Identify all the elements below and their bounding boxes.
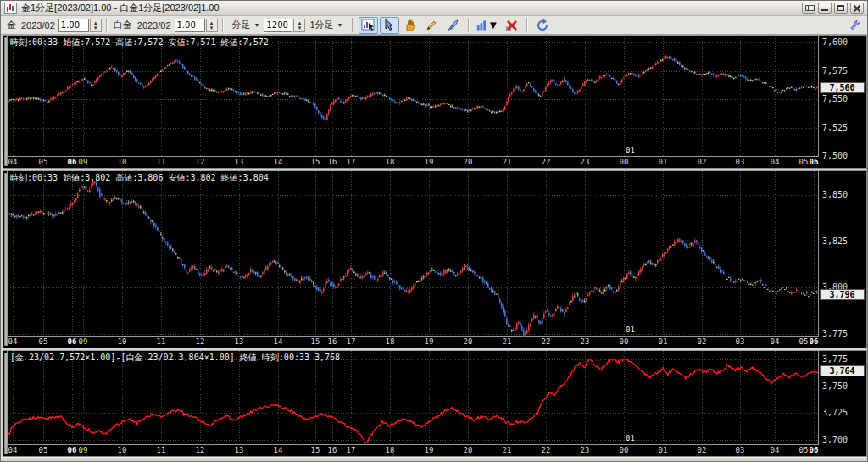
bar-count-spinner[interactable]: ▲▼ xyxy=(293,19,305,32)
select-arrow-icon xyxy=(382,19,396,32)
panel-left-strip[interactable] xyxy=(4,173,8,346)
ohlc-info-gold: 時刻:00:33 始値:7,572 高値:7,572 安値:7,571 終値:7… xyxy=(10,36,269,48)
select-arrow-button[interactable] xyxy=(380,17,399,34)
pen-annotate-icon xyxy=(446,19,459,32)
chevron-down-icon: ▼ xyxy=(337,22,343,28)
window-controls xyxy=(799,3,864,14)
platinum-label: 白金 xyxy=(114,19,132,31)
spread-formula-info: [金 23/02 7,572×1.00]-[白金 23/02 3,804×1.0… xyxy=(10,352,340,364)
window-bottom-edge xyxy=(1,457,867,461)
gold-month-label: 2023/02 xyxy=(21,20,55,31)
chart-pointer-button[interactable] xyxy=(359,17,378,34)
chevron-down-icon: ▼ xyxy=(254,22,260,28)
chevron-down-icon: ▼ xyxy=(487,19,498,31)
gold-label: 金 xyxy=(7,19,16,31)
chart-panel-gold[interactable] xyxy=(3,35,867,169)
platinum-multiplier-input[interactable] xyxy=(175,19,205,32)
refresh-icon xyxy=(536,19,549,32)
window-title: 金1分足[2023/02]1.00 - 白金1分足[2023/02]1.00 xyxy=(21,2,220,14)
pencil-draw-icon xyxy=(425,19,438,32)
clear-chart-icon xyxy=(504,19,518,32)
chart-panel-platinum[interactable] xyxy=(3,170,867,348)
toolbar-separator xyxy=(468,18,470,32)
platinum-month-label: 2023/02 xyxy=(137,20,171,31)
bar-style-button[interactable]: ▼ xyxy=(475,17,500,34)
toolbar-separator xyxy=(526,18,528,32)
panel-left-strip[interactable] xyxy=(4,353,8,454)
chart-pointer-icon xyxy=(361,19,376,32)
titlebar[interactable]: 金1分足[2023/02]1.00 - 白金1分足[2023/02]1.00 xyxy=(1,1,867,16)
toolbar: 金 2023/02 ▲▼ 白金 2023/02 ▲▼ 分足▼ ▲▼ 1分足▼ xyxy=(1,16,867,35)
maximize-button[interactable] xyxy=(834,3,848,14)
gold-multiplier-spinner[interactable]: ▲▼ xyxy=(90,19,102,32)
chart-window: 金1分足[2023/02]1.00 - 白金1分足[2023/02]1.00 金… xyxy=(0,0,868,462)
minimize-button[interactable] xyxy=(818,3,832,14)
ohlc-info-platinum: 時刻:00:33 始値:3,802 高値:3,806 安値:3,802 終値:3… xyxy=(10,172,269,184)
settings-wrench-icon[interactable] xyxy=(849,19,861,31)
toolbar-separator xyxy=(352,18,353,32)
new-window-button[interactable] xyxy=(802,3,815,14)
hand-pan-icon xyxy=(403,19,417,32)
pencil-draw-button[interactable] xyxy=(422,17,442,34)
hand-pan-button[interactable] xyxy=(401,17,420,34)
bar-interval-dropdown[interactable]: 1分足▼ xyxy=(306,18,346,33)
toolbar-separator xyxy=(106,18,108,32)
bar-count-input[interactable] xyxy=(264,19,292,32)
clear-drawings-button[interactable] xyxy=(502,17,521,34)
app-icon xyxy=(4,3,17,14)
toolbar-separator xyxy=(222,18,224,32)
gold-multiplier-input[interactable] xyxy=(58,19,89,32)
bar-type-dropdown[interactable]: 分足▼ xyxy=(229,18,264,33)
platinum-multiplier-spinner[interactable]: ▲▼ xyxy=(206,19,218,32)
panel-left-strip[interactable] xyxy=(4,37,8,166)
refresh-button[interactable] xyxy=(533,17,553,34)
bar-chart-icon xyxy=(476,19,488,32)
close-button[interactable] xyxy=(850,3,864,14)
pen-annotate-button[interactable] xyxy=(443,17,463,34)
chart-panel-spread[interactable] xyxy=(3,350,867,457)
